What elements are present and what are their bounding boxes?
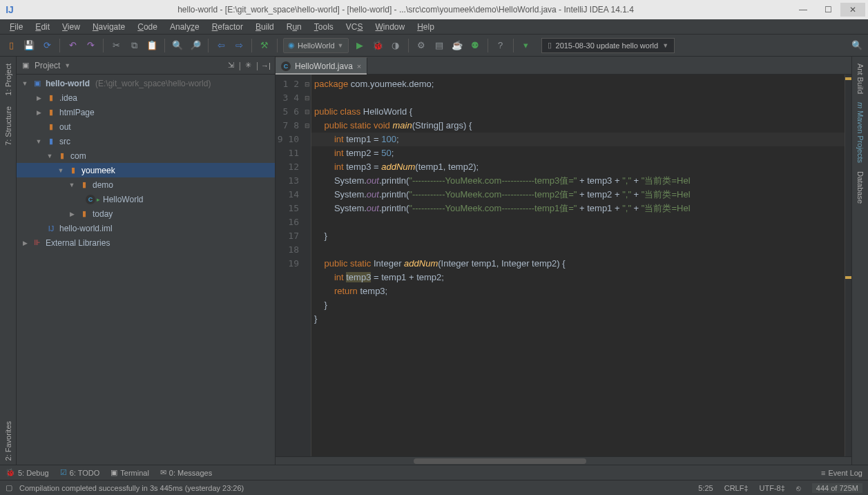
android-icon[interactable]: ⚉ [468,39,482,52]
project-panel-title: Project [35,61,60,70]
refresh-icon[interactable]: ⟳ [40,39,54,52]
gear-icon[interactable]: ✳ [244,61,253,70]
chevron-down-icon[interactable]: ▼ [64,62,70,69]
status-toggle-icon[interactable]: ▢ [6,483,12,492]
tab-event-log[interactable]: ≡Event Log [821,469,862,477]
fold-gutter[interactable]: ⊟ ⊟ ⊟ ⊟ [303,75,311,456]
project-icon: ▣ [21,61,30,70]
coverage-icon[interactable]: ◑ [389,39,403,52]
menu-edit[interactable]: Edit [30,21,55,33]
todo-icon: ☑ [60,468,67,477]
window-titlebar: IJ hello-world - [E:\git_work_space\hell… [0,0,868,19]
tree-node-idea[interactable]: ▶▮.idea [17,90,275,105]
copy-icon[interactable]: ⧉ [127,39,141,52]
tab-todo[interactable]: ☑6: TODO [60,468,100,477]
status-lock-icon[interactable]: ⎋ [796,484,801,492]
menu-navigate[interactable]: Navigate [87,21,131,33]
tab-maven[interactable]: m Maven Projects [855,98,866,167]
cut-icon[interactable]: ✂ [109,39,123,52]
tree-node-src[interactable]: ▼▮src [17,134,275,148]
build-icon[interactable]: ⚒ [258,39,271,52]
tab-project[interactable]: 1: Project [3,59,14,99]
menu-refactor[interactable]: Refactor [206,21,249,33]
tab-debug[interactable]: 🐞5: Debug [6,468,49,477]
tab-terminal[interactable]: ▣Terminal [110,468,149,477]
run-config-icon: ◉ [288,41,295,50]
horizontal-scrollbar[interactable] [276,456,851,465]
class-icon: C [281,61,291,71]
menu-help[interactable]: Help [412,21,440,33]
menu-build[interactable]: Build [250,21,280,33]
code-editor[interactable]: 1 2 3 4 5 6 7 8 9 10 11 12 13 14 15 16 1… [276,75,851,456]
settings-icon[interactable]: ⚙ [414,39,428,52]
tree-node-htmlpage[interactable]: ▶▮htmlPage [17,105,275,119]
paste-icon[interactable]: 📋 [145,39,159,52]
editor-tab-helloworld[interactable]: C HelloWorld.java × [276,57,367,74]
close-button[interactable]: ✕ [840,3,865,17]
search-everywhere-icon[interactable]: 🔍 [850,39,864,52]
chevron-down-icon: ▼ [338,42,344,49]
status-position[interactable]: 5:25 [698,484,713,492]
vcs-commit-message[interactable]: ▯ 2015-08-30 update hello world ▼ [541,38,675,53]
open-icon[interactable]: ▯ [4,39,18,52]
error-stripe[interactable] [845,75,851,456]
code-content[interactable]: package com.youmeek.demo; public class H… [311,75,845,456]
tree-node-demo[interactable]: ▼▮demo [17,177,275,192]
back-icon[interactable]: ⇦ [214,39,228,52]
status-bar: ▢ Compilation completed successfully in … [0,480,868,495]
find-icon[interactable]: 🔍 [171,39,184,52]
status-line-ending[interactable]: CRLF‡ [724,484,749,492]
collapse-icon[interactable]: →| [261,61,271,70]
debug-icon[interactable]: 🐞 [371,39,385,52]
sdk-icon[interactable]: ☕ [450,39,464,52]
menu-analyze[interactable]: Analyze [164,21,205,33]
class-icon: C [86,195,95,204]
status-encoding[interactable]: UTF-8‡ [760,484,785,492]
menu-vcs[interactable]: VCS [340,21,369,33]
run-icon[interactable]: ▶ [353,39,367,52]
flatten-icon[interactable]: ⇲ [226,61,236,70]
debug-icon: 🐞 [6,468,15,477]
tree-node-iml[interactable]: IJhello-world.iml [17,221,275,235]
line-gutter: 1 2 3 4 5 6 7 8 9 10 11 12 13 14 15 16 1… [276,75,303,456]
intellij-logo-icon: IJ [3,3,17,17]
tree-root[interactable]: ▼▣ hello-world(E:\git_work_space\hello-w… [17,76,275,90]
menu-view[interactable]: View [57,21,86,33]
tab-favorites[interactable]: 2: Favorites [3,417,14,465]
tree-node-out[interactable]: ▮out [17,119,275,134]
redo-icon[interactable]: ↷ [84,39,97,52]
main-toolbar: ▯ 💾 ⟳ ↶ ↷ ✂ ⧉ 📋 🔍 🔎 ⇦ ⇨ ⚒ ◉ HelloWorld ▼… [0,35,868,57]
tree-node-helloworld-class[interactable]: C▸HelloWorld [17,192,275,206]
bottom-tool-stripe: 🐞5: Debug ☑6: TODO ▣Terminal ✉0: Message… [0,465,868,480]
forward-icon[interactable]: ⇨ [232,39,246,52]
tree-node-com[interactable]: ▼▮com [17,148,275,163]
maximize-button[interactable]: ☐ [816,3,840,17]
scrollbar-thumb[interactable] [414,458,586,464]
menu-file[interactable]: File [4,21,28,33]
project-structure-icon[interactable]: ▤ [432,39,446,52]
undo-icon[interactable]: ↶ [66,39,79,52]
tree-node-today[interactable]: ▶▮today [17,206,275,221]
save-icon[interactable]: 💾 [22,39,36,52]
menu-tools[interactable]: Tools [309,21,339,33]
tab-structure[interactable]: 7: Structure [3,102,14,150]
run-configuration-selector[interactable]: ◉ HelloWorld ▼ [283,38,349,53]
run-config-label: HelloWorld [298,41,335,50]
replace-icon[interactable]: 🔎 [189,39,202,52]
tab-ant-build[interactable]: Ant Build [855,59,866,98]
menu-window[interactable]: Window [369,21,410,33]
tree-node-youmeek[interactable]: ▼▮youmeek [17,163,275,177]
minimize-button[interactable]: — [791,3,816,17]
eventlog-icon: ≡ [821,469,825,477]
vcs-update-icon[interactable]: ▾ [519,39,533,52]
tree-node-external-libraries[interactable]: ▶⊪External Libraries [17,235,275,250]
help-icon[interactable]: ? [494,39,508,52]
menu-code[interactable]: Code [132,21,163,33]
tab-messages[interactable]: ✉0: Messages [160,468,212,477]
status-memory[interactable]: 444 of 725M [812,483,862,493]
project-tree[interactable]: ▼▣ hello-world(E:\git_work_space\hello-w… [17,75,275,465]
close-tab-icon[interactable]: × [357,62,361,70]
main-menu: File Edit View Navigate Code Analyze Ref… [0,19,868,35]
tab-database[interactable]: Database [855,167,866,208]
menu-run[interactable]: Run [281,21,307,33]
